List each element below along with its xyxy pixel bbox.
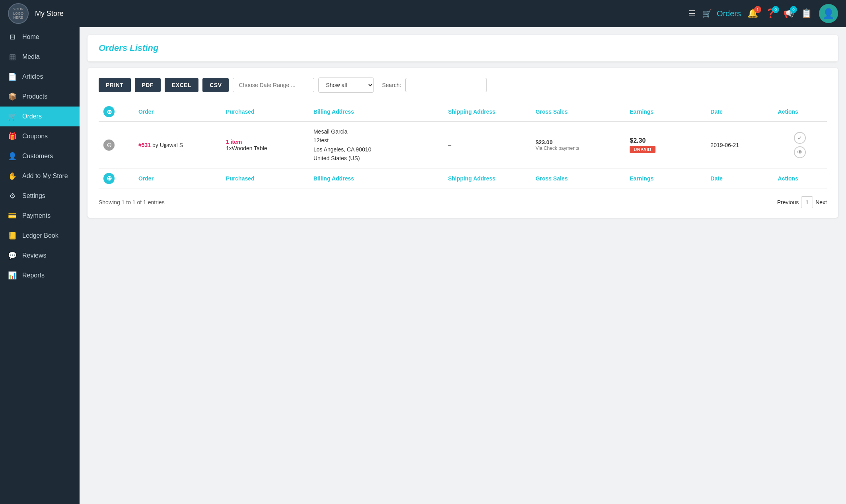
avatar-icon: 👤: [823, 8, 834, 19]
csv-button[interactable]: CSV: [202, 78, 229, 92]
sidebar-item-payments[interactable]: 💳 Payments: [0, 206, 80, 226]
th-shipping[interactable]: Shipping Address: [443, 102, 531, 122]
mark-complete-button[interactable]: ✓: [794, 132, 806, 144]
th2-toggle: ⊕: [99, 169, 134, 188]
sidebar-item-add-to-store[interactable]: ✋ Add to My Store: [0, 166, 80, 186]
search-label: Search:: [382, 82, 401, 88]
sidebar-item-ledger-book[interactable]: 📒 Ledger Book: [0, 226, 80, 246]
th2-order[interactable]: Order: [134, 169, 221, 188]
pdf-button[interactable]: PDF: [135, 78, 161, 92]
announcements-badge: 0: [790, 6, 797, 13]
show-all-select[interactable]: Show all Paid Unpaid Pending: [318, 78, 374, 93]
row-toggle-icon[interactable]: ⊖: [103, 140, 115, 151]
hamburger-icon[interactable]: ☰: [688, 9, 696, 18]
articles-icon: 📄: [8, 72, 17, 81]
sidebar-label-home: Home: [22, 33, 39, 41]
orders-card: PRINT PDF EXCEL CSV Show all Paid Unpaid…: [88, 68, 838, 218]
store-name: My Store: [35, 10, 64, 18]
current-page[interactable]: 1: [801, 196, 813, 208]
table-header-row-2: ⊕ Order Purchased Billing Address: [99, 169, 827, 188]
gross-via: Via Check payments: [535, 145, 620, 151]
order-by: by Ujjawal S: [152, 142, 183, 148]
th-toggle: ⊕: [99, 102, 134, 122]
notifications-badge: 1: [754, 6, 761, 13]
th-earnings[interactable]: Earnings: [625, 102, 706, 122]
th2-shipping[interactable]: Shipping Address: [443, 169, 531, 188]
td-shipping: –: [443, 122, 531, 169]
th2-earnings[interactable]: Earnings: [625, 169, 706, 188]
table-header-row-1: ⊕ Order Purchased Billing Address: [99, 102, 827, 122]
th2-actions[interactable]: Actions: [773, 169, 827, 188]
th-billing[interactable]: Billing Address: [309, 102, 443, 122]
th-actions[interactable]: Actions: [773, 102, 827, 122]
previous-button[interactable]: Previous: [777, 199, 799, 205]
page-title: Orders: [717, 9, 741, 18]
sidebar-item-articles[interactable]: 📄 Articles: [0, 67, 80, 87]
print-button[interactable]: PRINT: [99, 78, 131, 92]
sidebar-item-reports[interactable]: 📊 Reports: [0, 266, 80, 285]
notifications-button[interactable]: 🔔 1: [747, 8, 758, 19]
sidebar-label-orders: Orders: [22, 113, 42, 120]
sidebar-label-add-to-store: Add to My Store: [22, 173, 68, 180]
excel-button[interactable]: EXCEL: [165, 78, 198, 92]
main-content: Orders Listing PRINT PDF EXCEL CSV Show …: [80, 27, 846, 504]
earnings-amount: $2.30: [630, 137, 701, 144]
sidebar-item-reviews[interactable]: 💬 Reviews: [0, 246, 80, 266]
th2-billing[interactable]: Billing Address: [309, 169, 443, 188]
view-button[interactable]: 👁: [794, 146, 806, 158]
logo-text: YOUR LOGO HERE: [9, 7, 28, 20]
home-icon: ⊟: [8, 33, 17, 41]
reviews-icon: 💬: [8, 251, 17, 260]
th2-date[interactable]: Date: [706, 169, 773, 188]
sidebar-label-media: Media: [22, 53, 40, 60]
pagination-row: Showing 1 to 1 of 1 entries Previous 1 N…: [99, 196, 827, 208]
td-billing: Mesail Garcia 12test Los Angeles, CA 900…: [309, 122, 443, 169]
order-link[interactable]: #531: [138, 142, 151, 148]
search-input[interactable]: [405, 78, 487, 92]
notepad-button[interactable]: 📋: [801, 8, 812, 19]
help-button[interactable]: ❓ 0: [765, 8, 776, 19]
sidebar-label-coupons: Coupons: [22, 133, 48, 140]
sidebar-label-customers: Customers: [22, 153, 53, 160]
sidebar-item-products[interactable]: 📦 Products: [0, 87, 80, 107]
sidebar-item-media[interactable]: ▦ Media: [0, 47, 80, 67]
sidebar: ⊟ Home ▦ Media 📄 Articles 📦 Products 🛒 O…: [0, 27, 80, 504]
th-date[interactable]: Date: [706, 102, 773, 122]
sidebar-item-home[interactable]: ⊟ Home: [0, 27, 80, 47]
sidebar-item-customers[interactable]: 👤 Customers: [0, 146, 80, 166]
orders-body: PRINT PDF EXCEL CSV Show all Paid Unpaid…: [88, 68, 838, 218]
sidebar-item-orders[interactable]: 🛒 Orders: [0, 107, 80, 126]
customers-icon: 👤: [8, 152, 17, 161]
payment-status-badge: UNPAID: [630, 146, 655, 153]
next-button[interactable]: Next: [815, 199, 827, 205]
td-purchased: 1 item 1xWooden Table: [221, 122, 309, 169]
table-row: ⊖ #531 by Ujjawal S 1 item 1xWooden Tabl…: [99, 122, 827, 169]
td-gross: $23.00 Via Check payments: [531, 122, 625, 169]
date-range-input[interactable]: [233, 78, 314, 92]
sidebar-item-settings[interactable]: ⚙ Settings: [0, 186, 80, 206]
announcements-button[interactable]: 📢 0: [783, 8, 794, 19]
billing-line3: Los Angeles, CA 90010: [313, 145, 438, 154]
topnav: YOUR LOGO HERE My Store ☰ 🛒 Orders 🔔 1 ❓…: [0, 0, 846, 27]
avatar[interactable]: 👤: [819, 4, 838, 23]
add-to-store-icon: ✋: [8, 172, 17, 180]
toggle-expand-icon-2[interactable]: ⊕: [103, 173, 115, 184]
heading-card: Orders Listing: [88, 35, 838, 62]
sidebar-label-ledger-book: Ledger Book: [22, 232, 58, 239]
th-purchased[interactable]: Purchased: [221, 102, 309, 122]
th-gross[interactable]: Gross Sales: [531, 102, 625, 122]
topnav-icons: 🔔 1 ❓ 0 📢 0 📋 👤: [747, 4, 838, 23]
logo[interactable]: YOUR LOGO HERE: [8, 3, 29, 24]
td-actions: ✓ 👁: [773, 122, 827, 169]
products-icon: 📦: [8, 92, 17, 101]
reports-icon: 📊: [8, 271, 17, 280]
media-icon: ▦: [8, 52, 17, 61]
sidebar-item-coupons[interactable]: 🎁 Coupons: [0, 126, 80, 146]
shipping-value: –: [448, 142, 451, 148]
purchased-count: 1 item: [226, 139, 304, 145]
th2-purchased[interactable]: Purchased: [221, 169, 309, 188]
th2-gross[interactable]: Gross Sales: [531, 169, 625, 188]
th-order[interactable]: Order: [134, 102, 221, 122]
orders-table: ⊕ Order Purchased Billing Address: [99, 102, 827, 188]
toggle-expand-icon[interactable]: ⊕: [103, 106, 115, 117]
